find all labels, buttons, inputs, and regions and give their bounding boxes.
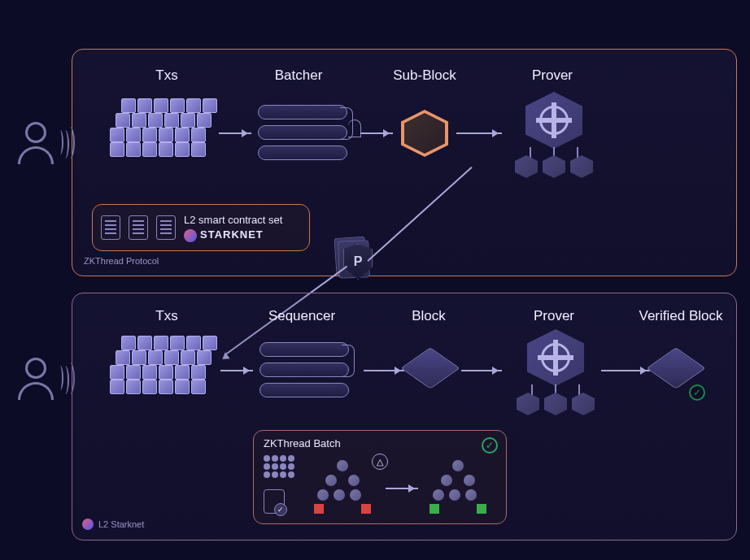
- batcher-graphic: [258, 105, 355, 166]
- l2-contract-box: L2 smart contract set STARKNET: [92, 204, 310, 251]
- broadcast-icon: [57, 366, 72, 390]
- batch-title: ZKThread Batch: [264, 437, 496, 449]
- user-icon: [18, 122, 54, 167]
- check-icon: ✓: [689, 384, 705, 401]
- gear-icon: [541, 343, 570, 372]
- starknet-logo-icon: [82, 519, 94, 530]
- triangle-icon: △: [372, 454, 388, 470]
- document-check-icon: [264, 489, 285, 514]
- zkthread-batch-box: ZKThread Batch ✓ △: [253, 430, 507, 524]
- batcher-label: Batcher: [258, 67, 339, 84]
- subblock-label: Sub-Block: [380, 67, 469, 84]
- panel-title: L2 Starknet: [82, 519, 144, 530]
- arrow-icon: [364, 370, 404, 371]
- txs-label: Txs: [134, 67, 199, 84]
- arrow-icon: [220, 370, 253, 371]
- contract-line2: STARKNET: [200, 228, 264, 241]
- starknet-logo-icon: [184, 229, 197, 242]
- arrow-icon: [219, 132, 251, 134]
- block-cube: [412, 350, 453, 391]
- txs-cube-grid: [110, 336, 207, 406]
- broadcast-icon: [57, 130, 72, 154]
- txs-cube-grid: [110, 98, 207, 168]
- arrow-icon: [360, 132, 393, 134]
- gear-icon: [539, 106, 569, 135]
- arrow-icon: [601, 370, 650, 371]
- verified-label: Verified Block: [632, 308, 730, 324]
- prover-label: Prover: [512, 67, 593, 84]
- contract-icon: [101, 215, 120, 240]
- check-icon: ✓: [482, 437, 498, 454]
- arrow-icon: [386, 488, 418, 489]
- sequencer-label: Sequencer: [253, 308, 351, 324]
- user-icon: [18, 358, 54, 403]
- subblock-hexagon: [403, 111, 447, 155]
- arrow-icon: [461, 370, 502, 371]
- contract-icon: [156, 215, 176, 240]
- zkthread-protocol-panel: Txs Batcher Sub-Block Prover L2 smart c: [72, 49, 737, 276]
- sequencer-graphic: [259, 342, 357, 403]
- contract-icon: [129, 215, 148, 240]
- block-label: Block: [396, 308, 461, 324]
- panel-title: ZKThread Protocol: [84, 256, 159, 266]
- prover-graphic: [507, 329, 604, 427]
- arrow-icon: [456, 132, 502, 134]
- l2-starknet-panel: Txs Sequencer Block Prover Verified Bloc…: [72, 293, 737, 540]
- contract-line1: L2 smart contract set: [184, 213, 282, 228]
- prover-graphic: [505, 92, 603, 189]
- prover-label: Prover: [513, 308, 595, 324]
- txs-label: Txs: [134, 308, 199, 324]
